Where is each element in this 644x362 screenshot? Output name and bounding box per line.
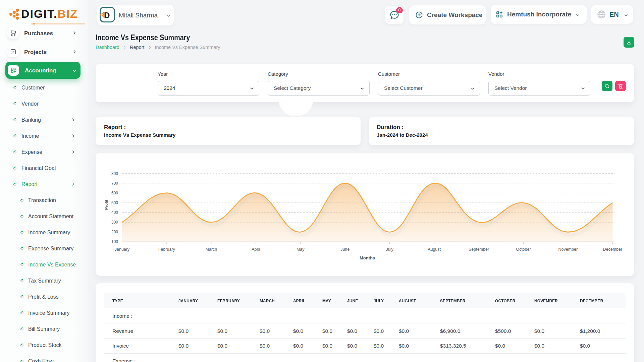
svg-text:April: April <box>252 247 260 252</box>
svg-text:May: May <box>297 247 305 252</box>
svg-text:October: October <box>516 247 531 252</box>
svg-text:200: 200 <box>111 230 118 234</box>
svg-text:Profit: Profit <box>104 200 108 210</box>
svg-text:November: November <box>558 247 578 252</box>
svg-text:300: 300 <box>111 220 118 225</box>
svg-text:June: June <box>340 247 350 252</box>
svg-text:July: July <box>386 247 393 252</box>
svg-text:February: February <box>158 247 175 252</box>
svg-text:500: 500 <box>111 200 118 205</box>
svg-text:December: December <box>603 247 622 252</box>
svg-text:600: 600 <box>111 191 118 195</box>
svg-text:January: January <box>115 247 130 252</box>
svg-text:800: 800 <box>111 171 118 176</box>
svg-text:March: March <box>206 247 217 252</box>
svg-text:100: 100 <box>111 239 118 244</box>
svg-text:August: August <box>428 247 441 252</box>
svg-text:700: 700 <box>111 181 118 186</box>
svg-text:September: September <box>469 247 489 252</box>
svg-text:Months: Months <box>360 255 375 260</box>
svg-text:400: 400 <box>111 210 118 215</box>
